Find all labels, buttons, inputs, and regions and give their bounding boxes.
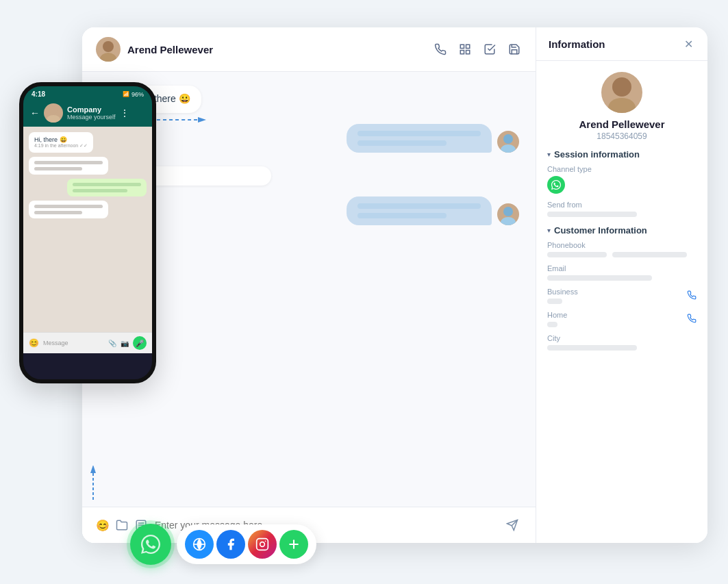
- svg-point-0: [103, 41, 114, 52]
- message-line: [357, 203, 481, 209]
- phone-message-line: [34, 211, 82, 214]
- phone-menu-icon[interactable]: ⋮: [120, 107, 129, 118]
- sender-avatar: [497, 203, 519, 225]
- customer-section-title: Customer Information: [554, 225, 647, 236]
- expand-icon[interactable]: [457, 42, 473, 57]
- whatsapp-channel-icon: [547, 176, 565, 194]
- phone-emoji-icon[interactable]: 😊: [29, 338, 39, 348]
- message-line: [357, 140, 447, 146]
- phone-message-text: Hi, there 😀: [34, 136, 67, 143]
- city-field: City: [547, 334, 696, 351]
- back-arrow-icon[interactable]: ←: [30, 107, 40, 118]
- whatsapp-fab-button[interactable]: [130, 524, 171, 565]
- contact-info-name: Arend Pellewever: [579, 118, 664, 130]
- emoji-icon[interactable]: 😊: [96, 518, 110, 532]
- chevron-down-icon: ▾: [547, 151, 551, 158]
- facebook-social-icon[interactable]: [216, 530, 245, 559]
- phone-contact-name: Company: [67, 105, 116, 114]
- svg-point-21: [608, 98, 636, 113]
- info-panel-header: Information ✕: [536, 27, 707, 61]
- svg-rect-5: [460, 51, 464, 54]
- arrow-vertical-decoration: [86, 466, 100, 503]
- svg-point-23: [47, 115, 60, 123]
- message-bubble: [347, 124, 492, 153]
- contact-info-phone: 18545364059: [597, 131, 647, 141]
- phone-message: [67, 179, 147, 196]
- phone-message-time: 4:19 in the afternoon ✓✓: [34, 143, 88, 149]
- svg-point-8: [503, 134, 513, 144]
- send-from-value: [547, 212, 637, 217]
- social-pills-container: [177, 524, 316, 564]
- phone-icon[interactable]: [433, 42, 448, 57]
- bottom-social-icons: [130, 524, 316, 565]
- home-field-row: Home: [547, 311, 696, 327]
- phone-message-lines: [34, 205, 103, 214]
- info-panel-content: Arend Pellewever 18545364059 ▾ Session i…: [536, 61, 707, 368]
- svg-point-28: [260, 542, 265, 547]
- chevron-down-icon: ▾: [547, 227, 551, 234]
- svg-point-22: [49, 106, 58, 114]
- svg-rect-2: [460, 45, 464, 48]
- phone-mockup: 4:18 📶96% ← Company Message yourself ⋮ H…: [19, 82, 156, 383]
- chat-contact-name: Arend Pellewever: [127, 44, 433, 55]
- business-call-button[interactable]: [687, 290, 696, 302]
- sender-avatar: [497, 131, 519, 153]
- email-label: Email: [547, 264, 696, 272]
- phonebook-label: Phonebook: [547, 241, 696, 249]
- svg-rect-3: [466, 45, 470, 48]
- customer-info-toggle[interactable]: ▾ Customer Information: [547, 225, 696, 236]
- arrow-decoration: [147, 106, 209, 134]
- home-field: Home: [547, 311, 696, 327]
- home-call-button[interactable]: [687, 314, 696, 325]
- phonebook-val2: [612, 252, 687, 257]
- email-field: Email: [547, 264, 696, 281]
- message-lines: [357, 131, 481, 146]
- phone-attachment-icon[interactable]: 📎: [108, 340, 116, 347]
- more-social-icon[interactable]: [279, 530, 308, 559]
- instagram-social-icon[interactable]: [248, 530, 277, 559]
- info-panel-title: Information: [549, 38, 605, 50]
- message-line: [357, 131, 481, 136]
- checkbox-icon[interactable]: [482, 42, 497, 57]
- message-bubble: [347, 196, 492, 225]
- phone-contact-avatar: [44, 103, 63, 123]
- phone-mic-button[interactable]: 🎤: [133, 336, 147, 350]
- svg-rect-27: [257, 539, 268, 550]
- chat-header-actions: [433, 42, 522, 57]
- phone-message-line: [34, 205, 103, 208]
- phone-contact-sub: Message yourself: [67, 114, 116, 120]
- save-icon[interactable]: [507, 42, 522, 57]
- attachment-icon[interactable]: [115, 518, 129, 532]
- home-value: [547, 322, 557, 327]
- phone-message-line: [34, 167, 82, 170]
- svg-point-1: [100, 53, 116, 62]
- business-field-row: Business: [547, 288, 696, 304]
- message-row: [99, 164, 519, 186]
- phone-camera-icon[interactable]: 📷: [121, 340, 129, 347]
- session-info-toggle[interactable]: ▾ Session information: [547, 149, 696, 160]
- chat-header: Arend Pellewever: [82, 27, 536, 72]
- message-line: [357, 213, 447, 218]
- phone-message-lines: [34, 161, 103, 170]
- send-button[interactable]: [503, 516, 522, 535]
- close-button[interactable]: ✕: [681, 37, 695, 51]
- phone-message: Hi, there 😀 4:19 in the afternoon ✓✓: [29, 132, 93, 153]
- phonebook-val1: [547, 252, 607, 257]
- phone-message: [29, 201, 108, 218]
- info-panel: Information ✕ Arend Pellewever 185453640…: [536, 27, 707, 543]
- svg-point-20: [612, 77, 631, 97]
- svg-point-29: [265, 541, 266, 542]
- website-social-icon[interactable]: [185, 530, 214, 559]
- send-from-field: Send from: [547, 201, 696, 217]
- send-from-label: Send from: [547, 201, 696, 209]
- phone-message-input[interactable]: Message: [43, 340, 104, 346]
- status-time: 4:18: [32, 90, 45, 98]
- city-value: [547, 345, 637, 351]
- phone-contact-info: Company Message yourself: [67, 105, 116, 120]
- session-section-title: Session information: [554, 149, 640, 160]
- business-value: [547, 299, 562, 304]
- phone-message-line: [73, 189, 127, 192]
- channel-type-label: Channel type: [547, 165, 696, 173]
- phone-message-lines: [73, 183, 141, 192]
- phone-message: [29, 157, 108, 175]
